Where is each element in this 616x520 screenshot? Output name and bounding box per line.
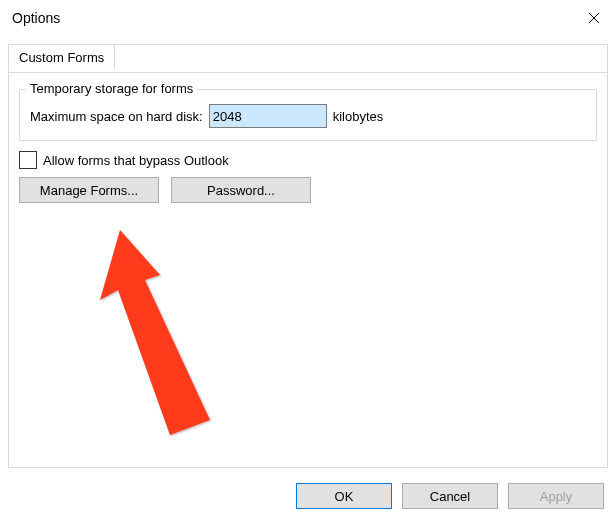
maxspace-label: Maximum space on hard disk:	[30, 109, 203, 124]
allow-bypass-checkbox[interactable]	[19, 151, 37, 169]
password-label: Password...	[207, 183, 275, 198]
close-button[interactable]	[572, 0, 616, 36]
apply-label: Apply	[540, 489, 573, 504]
manage-forms-button[interactable]: Manage Forms...	[19, 177, 159, 203]
forms-button-row: Manage Forms... Password...	[19, 177, 599, 203]
apply-button[interactable]: Apply	[508, 483, 604, 509]
allow-bypass-label: Allow forms that bypass Outlook	[43, 153, 229, 168]
ok-button[interactable]: OK	[296, 483, 392, 509]
maxspace-row: Maximum space on hard disk: kilobytes	[30, 104, 586, 128]
window-title: Options	[12, 0, 60, 36]
ok-label: OK	[335, 489, 354, 504]
title-bar: Options	[0, 0, 616, 36]
dialog-footer: OK Cancel Apply	[0, 472, 616, 520]
maxspace-unit: kilobytes	[333, 109, 384, 124]
maxspace-input[interactable]	[209, 104, 327, 128]
close-icon	[588, 12, 600, 24]
cancel-button[interactable]: Cancel	[402, 483, 498, 509]
options-panel: Custom Forms Temporary storage for forms…	[8, 44, 608, 468]
tab-body: Temporary storage for forms Maximum spac…	[17, 53, 599, 203]
group-temp-storage: Temporary storage for forms Maximum spac…	[19, 89, 597, 141]
cancel-label: Cancel	[430, 489, 470, 504]
tab-custom-forms[interactable]: Custom Forms	[8, 44, 115, 70]
tab-label: Custom Forms	[19, 50, 104, 65]
allow-bypass-row[interactable]: Allow forms that bypass Outlook	[19, 151, 599, 169]
password-button[interactable]: Password...	[171, 177, 311, 203]
group-title: Temporary storage for forms	[26, 81, 197, 96]
tab-strip: Custom Forms	[8, 44, 608, 73]
manage-forms-label: Manage Forms...	[40, 183, 138, 198]
